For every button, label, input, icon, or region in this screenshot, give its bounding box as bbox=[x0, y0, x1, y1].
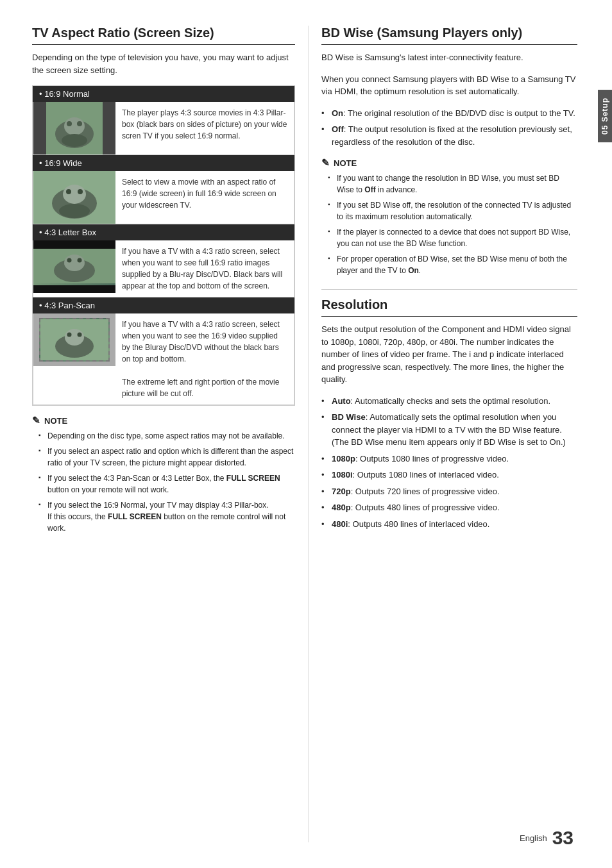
right-note-icon: ✎ bbox=[321, 157, 330, 169]
aspect-16-9-normal-image bbox=[33, 102, 115, 154]
svg-point-22 bbox=[67, 333, 72, 337]
section-divider bbox=[321, 289, 577, 290]
right-column: BD Wise (Samsung Players only) BD Wise i… bbox=[308, 26, 577, 842]
aspect-16-9-normal-header: • 16:9 Normal bbox=[33, 86, 294, 102]
auto-bold: Auto bbox=[332, 396, 351, 406]
svg-rect-7 bbox=[103, 102, 115, 154]
svg-point-16 bbox=[64, 255, 85, 271]
on-bold-1: On bbox=[408, 266, 419, 275]
svg-point-21 bbox=[65, 329, 84, 346]
left-note-item-2: If you select an aspect ratio and option… bbox=[38, 446, 295, 469]
resolution-title: Resolution bbox=[321, 297, 577, 317]
resolution-bullet-list: Auto: Automatically checks and sets the … bbox=[321, 395, 577, 531]
off-bold-1: Off bbox=[364, 185, 375, 194]
resolution-intro: Sets the output resolution of the Compon… bbox=[321, 323, 577, 386]
svg-point-17 bbox=[67, 258, 72, 262]
right-note-item-1: If you want to change the resolution in … bbox=[328, 172, 577, 196]
bd-wise-off-bold: Off bbox=[332, 124, 344, 134]
left-note-item-3: If you select the 4:3 Pan-Scan or 4:3 Le… bbox=[38, 472, 295, 496]
aspect-4-3-panscan-image bbox=[33, 313, 115, 366]
resolution-bd-wise: BD Wise: Automatically sets the optimal … bbox=[321, 411, 577, 449]
1080i-bold: 1080i bbox=[332, 470, 353, 480]
bd-wise-intro: BD Wise is Samsung's latest inter-connec… bbox=[321, 51, 577, 64]
footer-language: English bbox=[520, 833, 547, 843]
svg-point-2 bbox=[64, 117, 85, 135]
svg-point-18 bbox=[78, 258, 82, 262]
right-note-header: ✎ NOTE bbox=[321, 157, 577, 169]
letterbox-bottom-bar bbox=[33, 285, 115, 294]
sidebar-tab: 05 Setup bbox=[598, 90, 612, 142]
left-column: TV Aspect Ratio (Screen Size) Depending … bbox=[32, 26, 308, 842]
resolution-480i: 480i: Outputs 480 lines of interlaced vi… bbox=[321, 518, 577, 531]
panscan-dashed-border bbox=[39, 318, 110, 362]
letterbox-top-bar bbox=[33, 240, 115, 249]
panscan-desc-2: The extreme left and right portion of th… bbox=[122, 378, 279, 398]
left-note-item-4: If you select the 16:9 Normal, your TV m… bbox=[38, 499, 295, 534]
svg-point-10 bbox=[63, 185, 86, 204]
aspect-4-3-letterbox-image bbox=[33, 240, 115, 293]
aspect-16-9-normal-desc: The player plays 4:3 source movies in 4:… bbox=[115, 102, 294, 154]
svg-point-3 bbox=[67, 121, 72, 126]
aspect-blocks: • 16:9 Normal bbox=[32, 85, 295, 406]
bd-wise-bullet-list: On: The original resolution of the BD/DV… bbox=[321, 107, 577, 149]
letterbox-content bbox=[33, 249, 115, 285]
left-note-item-1: Depending on the disc type, some aspect … bbox=[38, 430, 295, 442]
right-note-item-4: For proper operation of BD Wise, set the… bbox=[328, 253, 577, 276]
right-note-label: NOTE bbox=[334, 158, 357, 168]
bd-wise-bullet-on: On: The original resolution of the BD/DV… bbox=[321, 107, 577, 120]
aspect-16-9-wide-image bbox=[33, 171, 115, 224]
left-note-label: NOTE bbox=[44, 416, 67, 426]
bd-wise-on-bold: On bbox=[332, 108, 343, 118]
left-note-header: ✎ NOTE bbox=[32, 415, 295, 426]
aspect-16-9-wide-row: Select to view a movie with an aspect ra… bbox=[33, 171, 294, 224]
aspect-16-9-wide-desc: Select to view a movie with an aspect ra… bbox=[115, 171, 294, 224]
aspect-16-9-normal: • 16:9 Normal bbox=[33, 86, 294, 155]
480p-bold: 480p bbox=[332, 503, 351, 512]
right-note-section: ✎ NOTE If you want to change the resolut… bbox=[321, 157, 577, 276]
aspect-4-3-letterbox-header: • 4:3 Letter Box bbox=[33, 224, 294, 240]
left-note-section: ✎ NOTE Depending on the disc type, some … bbox=[32, 415, 295, 534]
aspect-4-3-letterbox-desc: If you have a TV with a 4:3 ratio screen… bbox=[115, 240, 294, 297]
right-note-list: If you want to change the resolution in … bbox=[321, 172, 577, 276]
left-intro: Depending on the type of television you … bbox=[32, 51, 295, 76]
aspect-4-3-panscan-header: • 4:3 Pan-Scan bbox=[33, 297, 294, 313]
svg-point-13 bbox=[59, 204, 90, 218]
svg-point-5 bbox=[62, 134, 87, 147]
right-note-item-2: If you set BD Wise off, the resolution o… bbox=[328, 199, 577, 222]
aspect-4-3-letterbox: • 4:3 Letter Box bbox=[33, 224, 294, 297]
aspect-4-3-letterbox-row: If you have a TV with a 4:3 ratio screen… bbox=[33, 240, 294, 297]
left-section-title: TV Aspect Ratio (Screen Size) bbox=[32, 26, 295, 45]
bd-wise-para: When you connect Samsung players with BD… bbox=[321, 73, 577, 98]
resolution-auto: Auto: Automatically checks and sets the … bbox=[321, 395, 577, 408]
resolution-section: Resolution Sets the output resolution of… bbox=[321, 297, 577, 530]
aspect-16-9-wide-header: • 16:9 Wide bbox=[33, 155, 294, 171]
right-note-item-3: If the player is connected to a device t… bbox=[328, 226, 577, 249]
left-note-list: Depending on the disc type, some aspect … bbox=[32, 430, 295, 534]
svg-point-12 bbox=[78, 189, 83, 194]
aspect-4-3-panscan-row: If you have a TV with a 4:3 ratio screen… bbox=[33, 313, 294, 405]
panscan-desc-1: If you have a TV with a 4:3 ratio screen… bbox=[122, 320, 280, 363]
resolution-720p: 720p: Outputs 720 lines of progressive v… bbox=[321, 485, 577, 498]
page: TV Aspect Ratio (Screen Size) Depending … bbox=[0, 0, 612, 868]
bd-wise-bullet-off: Off: The output resolution is fixed at t… bbox=[321, 123, 577, 148]
bd-wise-res-bold: BD Wise bbox=[332, 412, 366, 422]
svg-point-11 bbox=[66, 189, 71, 194]
note-icon: ✎ bbox=[32, 415, 40, 426]
fullscreen-bold-1: FULL SCREEN bbox=[226, 474, 280, 483]
svg-point-23 bbox=[78, 333, 82, 337]
svg-rect-6 bbox=[33, 102, 46, 154]
aspect-16-9-wide: • 16:9 Wide Select to view a movie with … bbox=[33, 155, 294, 224]
bd-wise-title: BD Wise (Samsung Players only) bbox=[321, 26, 577, 45]
720p-bold: 720p bbox=[332, 487, 351, 496]
aspect-16-9-normal-row: The player plays 4:3 source movies in 4:… bbox=[33, 102, 294, 155]
page-footer: English 33 bbox=[520, 827, 574, 849]
resolution-1080i: 1080i: Outputs 1080 lines of interlaced … bbox=[321, 469, 577, 481]
480i-bold: 480i bbox=[332, 519, 348, 529]
aspect-4-3-panscan-desc: If you have a TV with a 4:3 ratio screen… bbox=[115, 313, 294, 405]
1080p-bold: 1080p bbox=[332, 454, 355, 463]
aspect-4-3-panscan: • 4:3 Pan-Scan bbox=[33, 297, 294, 405]
resolution-1080p: 1080p: Outputs 1080 lines of progressive… bbox=[321, 453, 577, 465]
svg-point-4 bbox=[77, 121, 82, 126]
resolution-480p: 480p: Outputs 480 lines of progressive v… bbox=[321, 501, 577, 514]
bd-wise-section: BD Wise (Samsung Players only) BD Wise i… bbox=[321, 26, 577, 276]
